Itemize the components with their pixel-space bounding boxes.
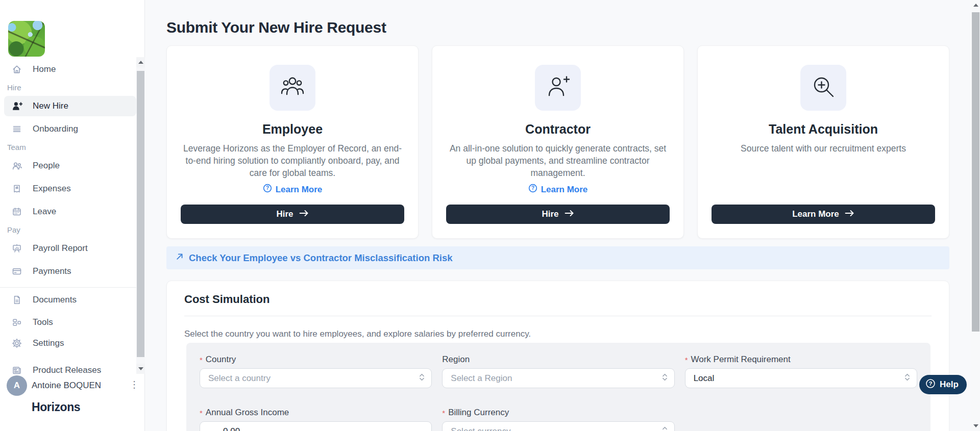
- sidebar-item-label: Onboarding: [33, 124, 78, 134]
- risk-link-label: Check Your Employee vs Contractor Miscla…: [189, 252, 452, 264]
- required-marker: *: [200, 409, 203, 417]
- select-chevron-icon: [904, 372, 911, 384]
- card-title: Contractor: [432, 122, 683, 137]
- card-description: Leverage Horizons as the Employer of Rec…: [181, 142, 404, 179]
- user-avatar: A: [7, 375, 27, 396]
- learn-more-label: Learn More: [276, 185, 323, 195]
- annual-gross-income-input[interactable]: [200, 421, 432, 431]
- misclassification-risk-link[interactable]: Check Your Employee vs Contractor Miscla…: [175, 252, 452, 264]
- sidebar-item-payroll-report[interactable]: Payroll Report: [0, 238, 136, 259]
- contractor-hire-button[interactable]: Hire: [446, 205, 670, 224]
- payroll-report-icon: [11, 243, 22, 254]
- billing-currency-field: * Billing Currency Select currency: [442, 408, 674, 431]
- payments-icon: [11, 266, 22, 277]
- contractor-learn-more-link[interactable]: ? Learn More: [528, 184, 588, 195]
- country-select[interactable]: Select a country: [200, 368, 432, 388]
- work-permit-select[interactable]: Local: [685, 368, 917, 388]
- product-releases-icon: [11, 365, 22, 376]
- employee-card-icon-box: [270, 65, 315, 111]
- sidebar-item-label: Product Releases: [33, 365, 101, 375]
- tools-icon: [11, 317, 22, 328]
- billing-currency-placeholder: Select currency: [451, 426, 510, 431]
- empty-cell: [685, 408, 917, 431]
- talent-acquisition-card: Talent Acquisition Source talent with ou…: [697, 45, 949, 239]
- scroll-up-icon[interactable]: [136, 57, 145, 67]
- employee-hire-button[interactable]: Hire: [181, 205, 404, 224]
- card-title: Talent Acquisition: [698, 122, 949, 137]
- card-title: Employee: [167, 122, 418, 137]
- cost-simulation-form: * Country Select a country Region Select…: [186, 343, 930, 431]
- sidebar-item-label: Documents: [33, 295, 77, 305]
- contractor-card: Contractor An all-in-one solution to qui…: [432, 45, 684, 239]
- sidebar-item-settings[interactable]: Settings: [0, 333, 136, 353]
- sidebar-item-label: Leave: [33, 207, 56, 217]
- sidebar-item-expenses[interactable]: Expenses: [0, 179, 136, 199]
- scroll-down-icon[interactable]: [136, 364, 145, 374]
- company-logo: [8, 21, 45, 57]
- billing-currency-select[interactable]: Select currency: [442, 421, 674, 431]
- help-button[interactable]: ? Help: [919, 375, 967, 394]
- sidebar-scrollbar-thumb[interactable]: [137, 71, 144, 357]
- annual-gross-income-label: * Annual Gross Income: [200, 408, 432, 418]
- sidebar-item-leave[interactable]: Leave: [0, 201, 136, 222]
- annual-gross-income-field: * Annual Gross Income: [200, 408, 432, 431]
- select-chevron-icon: [662, 425, 668, 431]
- sidebar-item-new-hire[interactable]: New Hire: [4, 96, 136, 116]
- svg-text:?: ?: [531, 185, 534, 191]
- sidebar-item-onboarding[interactable]: Onboarding: [0, 119, 136, 139]
- user-name: Antoine BOQUEN: [32, 381, 101, 391]
- country-label: * Country: [200, 354, 432, 365]
- leave-icon: [11, 206, 22, 217]
- employee-learn-more-link[interactable]: ? Learn More: [263, 184, 323, 195]
- talent-learn-more-button[interactable]: Learn More: [712, 205, 935, 224]
- cost-simulation-panel: Cost Simulation Select the country you w…: [166, 281, 949, 431]
- required-marker: *: [442, 409, 445, 417]
- cost-simulation-description: Select the country you want to hire empl…: [184, 329, 531, 339]
- region-label: Region: [442, 354, 674, 365]
- settings-icon: [11, 338, 22, 349]
- scroll-down-icon[interactable]: [971, 421, 980, 431]
- sidebar-section-pay: Pay: [7, 224, 20, 236]
- card-description: Source talent with our recruitment exper…: [712, 142, 935, 155]
- region-select[interactable]: Select a Region: [442, 368, 674, 388]
- employee-card-icon: [280, 74, 305, 101]
- contractor-card-icon-box: [535, 65, 581, 111]
- employee-card: Employee Leverage Horizons as the Employ…: [166, 45, 419, 239]
- expenses-icon: [11, 183, 22, 194]
- scroll-up-icon[interactable]: [971, 0, 980, 10]
- sidebar: Home Hire New Hire Onboarding Team Peopl…: [0, 0, 145, 431]
- help-label: Help: [940, 379, 959, 390]
- svg-text:?: ?: [928, 380, 932, 386]
- home-icon: [11, 64, 22, 75]
- page-scrollbar-thumb[interactable]: [972, 12, 979, 332]
- region-field: Region Select a Region: [442, 354, 674, 388]
- sidebar-item-payments[interactable]: Payments: [0, 261, 136, 282]
- button-arrow-icon: [845, 209, 854, 219]
- button-label: Hire: [542, 209, 558, 219]
- button-arrow-icon: [299, 209, 309, 219]
- work-permit-value: Local: [694, 373, 715, 384]
- misclassification-risk-band: Check Your Employee vs Contractor Miscla…: [166, 246, 949, 269]
- sidebar-item-documents[interactable]: Documents: [0, 290, 136, 310]
- kebab-icon[interactable]: ⋮: [130, 379, 139, 390]
- hire-option-cards: Employee Leverage Horizons as the Employ…: [166, 45, 949, 239]
- learn-more-icon: ?: [263, 184, 272, 195]
- documents-icon: [11, 294, 22, 306]
- sidebar-section-team: Team: [7, 141, 26, 154]
- help-icon: ?: [925, 378, 936, 391]
- button-label: Learn More: [792, 209, 839, 219]
- required-marker: *: [200, 356, 203, 364]
- people-icon: [11, 160, 22, 171]
- sidebar-item-home[interactable]: Home: [0, 59, 136, 80]
- talent-card-icon-box: [800, 65, 846, 111]
- sidebar-item-label: Tools: [33, 317, 53, 327]
- sidebar-item-people[interactable]: People: [0, 156, 136, 176]
- contractor-card-icon: [546, 74, 570, 101]
- page-title: Submit Your New Hire Request: [166, 19, 386, 36]
- sidebar-divider: [0, 287, 136, 288]
- region-placeholder: Select a Region: [451, 373, 512, 384]
- sidebar-item-label: New Hire: [33, 101, 68, 111]
- learn-more-icon: ?: [528, 184, 537, 195]
- sidebar-item-tools[interactable]: Tools: [0, 312, 136, 333]
- new-hire-icon: [11, 100, 22, 112]
